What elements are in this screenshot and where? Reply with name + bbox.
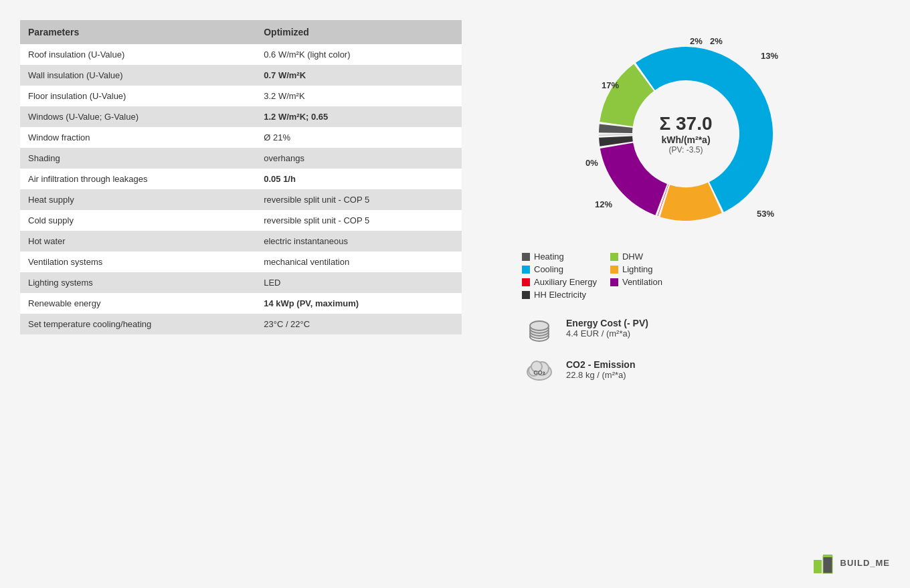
param-value: overhangs <box>256 148 462 169</box>
cost-value: 4.4 EUR / (m²*a) <box>566 328 648 338</box>
emission-text: CO2 - Emission 22.8 kg / (m²*a) <box>566 359 635 380</box>
param-value: 23°C / 22°C <box>256 314 462 334</box>
right-panel: 2% 2% 13% 17% 0% 12% 53% Σ 37.0 kWh/(m²*… <box>482 20 890 548</box>
param-name: Air infiltration through leakages <box>20 169 256 189</box>
pct-label-aux: 0% <box>585 158 598 168</box>
param-value: 3.2 W/m²K <box>256 86 462 106</box>
table-row: Set temperature cooling/heating23°C / 22… <box>20 314 462 334</box>
emission-row: CO₂ CO2 - Emission 22.8 kg / (m²*a) <box>522 352 648 387</box>
footer-logo: BUILD_ME <box>811 551 890 575</box>
legend-label: Heating <box>534 252 564 262</box>
table-row: Renewable energy14 kWp (PV, maximum) <box>20 293 462 314</box>
chart-center: Σ 37.0 kWh/(m²*a) (PV: -3.5) <box>632 113 739 155</box>
legend-item-dhw: DHW <box>610 252 685 262</box>
legend-item-auxiliaryenergy: Auxiliary Energy <box>522 277 597 287</box>
legend-item-heating: Heating <box>522 252 597 262</box>
legend-color-ventilation <box>610 278 618 286</box>
logo-icon <box>811 551 835 575</box>
param-name: Cold supply <box>20 210 256 231</box>
param-name: Heat supply <box>20 189 256 210</box>
legend-item-cooling: Cooling <box>522 264 597 274</box>
param-name: Window fraction <box>20 127 256 148</box>
param-value: electric instantaneous <box>256 231 462 252</box>
pct-label-cooling: 53% <box>757 209 774 219</box>
param-value: 0.7 W/m²K <box>256 65 462 86</box>
legend-label: Auxiliary Energy <box>534 277 597 287</box>
main-container: Parameters Optimized Roof insulation (U-… <box>0 0 910 588</box>
legend-color-dhw <box>610 253 618 261</box>
pct-label-ventilation: 17% <box>602 80 619 90</box>
legend-label: DHW <box>622 252 643 262</box>
param-name: Lighting systems <box>20 272 256 293</box>
legend-color-hhelectricity <box>522 291 530 299</box>
params-table: Parameters Optimized Roof insulation (U-… <box>20 20 462 334</box>
param-name: Shading <box>20 148 256 169</box>
table-row: Ventilation systemsmechanical ventilatio… <box>20 252 462 272</box>
cloud-svg: CO₂ <box>522 352 557 387</box>
chart-unit: kWh/(m²*a) <box>661 134 710 146</box>
logo-text: BUILD_ME <box>840 558 890 568</box>
svg-rect-13 <box>823 555 832 557</box>
info-section: Energy Cost (- PV) 4.4 EUR / (m²*a) CO₂ <box>522 310 648 387</box>
chart-pv: (PV: -3.5) <box>669 145 703 155</box>
coins-svg <box>523 311 556 345</box>
param-value: mechanical ventilation <box>256 252 462 272</box>
table-row: Roof insulation (U-Value)0.6 W/m²K (ligh… <box>20 44 462 65</box>
svg-text:CO₂: CO₂ <box>533 369 545 376</box>
legend-color-cooling <box>522 266 530 274</box>
legend-item-hhelectricity: HH Electricity <box>522 290 597 300</box>
param-value: Ø 21% <box>256 127 462 148</box>
param-name: Wall insulation (U-Value) <box>20 65 256 86</box>
legend-color-auxiliaryenergy <box>522 278 530 286</box>
param-name: Roof insulation (U-Value) <box>20 44 256 65</box>
param-value: reversible split unit - COP 5 <box>256 189 462 210</box>
legend-item-lighting: Lighting <box>610 264 685 274</box>
emission-icon: CO₂ <box>522 352 557 387</box>
cost-text: Energy Cost (- PV) 4.4 EUR / (m²*a) <box>566 318 648 338</box>
param-value: 1.2 W/m²K; 0.65 <box>256 106 462 127</box>
legend-label: Lighting <box>622 264 653 274</box>
table-row: Heat supplyreversible split unit - COP 5 <box>20 189 462 210</box>
legend-label: Cooling <box>534 264 563 274</box>
cost-row: Energy Cost (- PV) 4.4 EUR / (m²*a) <box>522 310 648 345</box>
legend-label: Ventilation <box>622 277 662 287</box>
legend-item-ventilation: Ventilation <box>610 277 685 287</box>
param-name: Set temperature cooling/heating <box>20 314 256 334</box>
param-value: reversible split unit - COP 5 <box>256 210 462 231</box>
param-value: 14 kWp (PV, maximum) <box>256 293 462 314</box>
table-row: Wall insulation (U-Value)0.7 W/m²K <box>20 65 462 86</box>
pct-label-heating: 2% <box>690 36 703 46</box>
legend-color-heating <box>522 253 530 261</box>
chart-sigma: Σ 37.0 <box>659 113 712 134</box>
legend-label: HH Electricity <box>534 290 586 300</box>
param-name: Windows (U-Value; G-Value) <box>20 106 256 127</box>
table-row: Hot waterelectric instantaneous <box>20 231 462 252</box>
param-value: LED <box>256 272 462 293</box>
param-value: 0.6 W/m²K (light color) <box>256 44 462 65</box>
emission-value: 22.8 kg / (m²*a) <box>566 370 635 380</box>
table-row: Cold supplyreversible split unit - COP 5 <box>20 210 462 231</box>
pct-label-gap: 2% <box>710 36 723 46</box>
param-value: 0.05 1/h <box>256 169 462 189</box>
param-name: Ventilation systems <box>20 252 256 272</box>
col-params-header: Parameters <box>20 20 256 44</box>
table-row: Windows (U-Value; G-Value)1.2 W/m²K; 0.6… <box>20 106 462 127</box>
svg-rect-11 <box>823 556 832 573</box>
pct-label-dhw: 13% <box>761 51 778 61</box>
cost-title: Energy Cost (- PV) <box>566 318 648 328</box>
table-row: Lighting systemsLED <box>20 272 462 293</box>
emission-title: CO2 - Emission <box>566 359 635 370</box>
left-panel: Parameters Optimized Roof insulation (U-… <box>20 20 462 548</box>
chart-area: 2% 2% 13% 17% 0% 12% 53% Σ 37.0 kWh/(m²*… <box>572 27 800 241</box>
table-row: Air infiltration through leakages0.05 1/… <box>20 169 462 189</box>
legend: HeatingDHWCoolingLightingAuxiliary Energ… <box>522 252 685 300</box>
table-row: Shadingoverhangs <box>20 148 462 169</box>
pct-label-lighting: 12% <box>595 199 612 209</box>
legend-color-lighting <box>610 266 618 274</box>
cost-icon <box>522 310 557 345</box>
param-name: Floor insulation (U-Value) <box>20 86 256 106</box>
donut-segment-gap <box>599 134 632 135</box>
table-row: Floor insulation (U-Value)3.2 W/m²K <box>20 86 462 106</box>
svg-rect-10 <box>814 560 822 573</box>
param-name: Hot water <box>20 231 256 252</box>
